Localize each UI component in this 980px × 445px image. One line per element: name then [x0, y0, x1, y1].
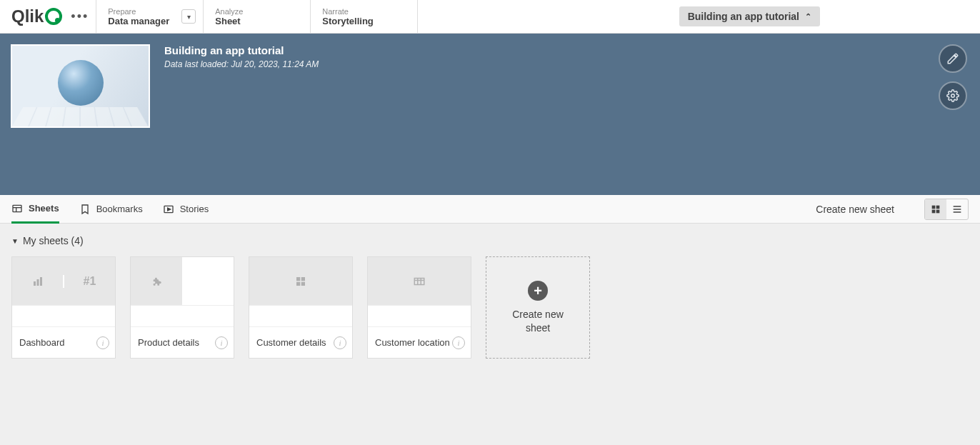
play-icon	[163, 204, 174, 215]
puzzle-icon	[150, 275, 163, 288]
svg-rect-7	[936, 205, 940, 209]
sheet-preview	[131, 257, 234, 305]
sheet-card-customer-details[interactable]: Customer details i	[249, 256, 353, 359]
section-title: My sheets (4)	[23, 235, 84, 246]
hero-actions	[939, 44, 967, 110]
hero-text-block: Building an app tutorial Data last loade…	[150, 44, 319, 184]
breadcrumb-button[interactable]: Building an app tutorial ⌃	[679, 6, 820, 26]
sheet-cards: #1 Dashboard i Product details i	[11, 256, 969, 359]
sheet-name: Dashboard	[19, 337, 65, 348]
tab-bar: Sheets Bookmarks Stories Create new shee…	[0, 195, 980, 224]
list-icon	[951, 204, 963, 215]
more-menu-icon[interactable]: •••	[71, 9, 89, 24]
view-toggle	[924, 199, 969, 220]
breadcrumb-label: Building an app tutorial	[688, 11, 799, 22]
bar-chart-icon	[31, 275, 44, 288]
logo-text: Qlik	[11, 6, 44, 26]
nav-bottom-label: Sheet	[215, 16, 299, 26]
nav-bottom-label: Storytelling	[322, 16, 406, 26]
top-bar: Qlik ••• Prepare Data manager ▾ Analyze …	[0, 0, 980, 34]
bookmark-icon	[79, 204, 91, 215]
grid-view-button[interactable]	[925, 199, 946, 219]
svg-point-0	[951, 94, 955, 98]
sheet-name: Product details	[138, 337, 199, 348]
svg-rect-16	[296, 277, 300, 281]
content-area: ▼ My sheets (4) #1 Dashboard i	[0, 224, 980, 445]
nav-top-label: Prepare	[108, 7, 191, 16]
nav-prepare[interactable]: Prepare Data manager ▾	[96, 0, 204, 33]
last-loaded-text: Data last loaded: Jul 20, 2023, 11:24 AM	[164, 59, 319, 69]
nav-top-label: Narrate	[322, 7, 406, 16]
svg-rect-8	[932, 209, 936, 213]
svg-rect-1	[13, 205, 21, 211]
info-icon[interactable]: i	[452, 336, 465, 349]
app-thumbnail	[11, 44, 150, 128]
sheet-card-dashboard[interactable]: #1 Dashboard i	[11, 256, 116, 359]
grid-chart-icon	[294, 275, 307, 288]
chevron-up-icon: ⌃	[805, 12, 811, 21]
kpi-placeholder-icon: #1	[84, 275, 96, 288]
tab-label: Sheets	[29, 203, 59, 214]
info-icon[interactable]: i	[96, 336, 109, 349]
gear-icon	[946, 89, 959, 102]
tab-stories[interactable]: Stories	[163, 195, 209, 223]
svg-rect-6	[932, 205, 936, 209]
pencil-icon	[946, 52, 959, 65]
svg-rect-13	[34, 281, 36, 286]
logo-q-icon	[45, 8, 62, 25]
svg-rect-18	[296, 281, 300, 285]
tab-sheets[interactable]: Sheets	[11, 196, 59, 224]
create-new-sheet-card[interactable]: + Create newsheet	[486, 256, 590, 359]
info-icon[interactable]: i	[215, 336, 228, 349]
chevron-down-icon[interactable]: ▾	[181, 9, 196, 24]
tab-bookmarks[interactable]: Bookmarks	[79, 195, 143, 223]
sheet-preview: #1	[12, 257, 115, 305]
list-view-button[interactable]	[946, 199, 968, 219]
tab-label: Bookmarks	[96, 204, 143, 214]
nav-bottom-label: Data manager	[108, 16, 191, 26]
sheet-preview	[368, 257, 471, 305]
sheet-name: Customer location	[375, 337, 450, 348]
logo-cell: Qlik •••	[0, 0, 96, 33]
my-sheets-header[interactable]: ▼ My sheets (4)	[11, 235, 969, 246]
settings-button[interactable]	[939, 81, 967, 110]
grid-icon	[930, 204, 941, 215]
sheet-card-product-details[interactable]: Product details i	[130, 256, 234, 359]
nav-top-label: Analyze	[215, 7, 299, 16]
plus-circle-icon: +	[528, 281, 548, 301]
nav-analyze[interactable]: Analyze Sheet	[204, 0, 311, 33]
app-hero: Building an app tutorial Data last loade…	[0, 34, 980, 195]
svg-marker-5	[167, 208, 170, 211]
svg-rect-20	[414, 278, 424, 284]
info-icon[interactable]: i	[334, 336, 346, 349]
svg-rect-19	[301, 281, 305, 285]
svg-rect-15	[40, 277, 42, 286]
sheet-preview	[249, 257, 352, 305]
create-new-sheet-link[interactable]: Create new sheet	[816, 204, 894, 215]
edit-button[interactable]	[939, 44, 967, 73]
sheets-icon	[11, 203, 23, 214]
nav-narrate[interactable]: Narrate Storytelling	[311, 0, 418, 33]
sheet-card-customer-location[interactable]: Customer location i	[367, 256, 471, 359]
qlik-logo[interactable]: Qlik	[11, 6, 62, 26]
table-icon	[413, 275, 426, 288]
svg-rect-14	[36, 279, 39, 286]
svg-rect-9	[936, 209, 940, 213]
create-card-label: Create newsheet	[512, 308, 564, 334]
collapse-triangle-icon: ▼	[11, 237, 19, 245]
svg-rect-17	[301, 277, 305, 281]
sheet-name: Customer details	[256, 337, 326, 348]
tab-label: Stories	[180, 204, 209, 214]
app-title: Building an app tutorial	[164, 44, 319, 56]
